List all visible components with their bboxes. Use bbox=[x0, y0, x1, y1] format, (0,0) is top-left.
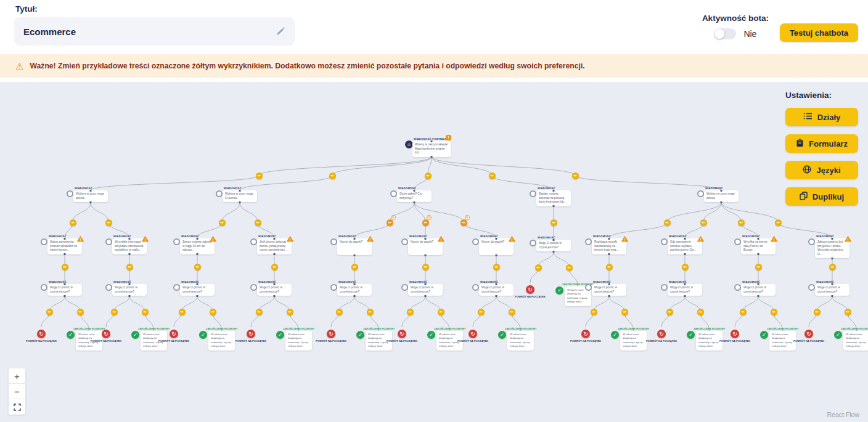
flow-answer-dot[interactable] bbox=[535, 264, 542, 271]
flow-node-restart[interactable]: ↻POWRÓT NA POCZĄTEK bbox=[232, 327, 269, 343]
flow-node-end-conversation[interactable]: ZAKOŃCZENIE ROZMOWY✓W takim razie dzięku… bbox=[611, 327, 647, 351]
message-card[interactable]: Mogę Ci pomóc w czymś jeszcze? bbox=[408, 284, 443, 296]
message-card[interactable]: Mogę Ci pomóc w czymś jeszcze? bbox=[112, 284, 147, 296]
flow-answer-dot[interactable] bbox=[572, 172, 579, 179]
flow-node-restart[interactable]: ↻POWRÓT NA POCZĄTEK bbox=[790, 327, 827, 343]
message-card[interactable]: Zapłaty możesz dokonać za pomocą karty k… bbox=[536, 190, 571, 206]
flow-node-message[interactable]: WIADOMOŚĆMogę Ci pomóc w czymś jeszcze? bbox=[173, 280, 216, 296]
form-button[interactable]: Formularz bbox=[785, 134, 858, 153]
flow-answer-dot[interactable] bbox=[493, 264, 500, 270]
flow-node-message[interactable]: WIADOMOŚĆMogę Ci pomóc w czymś jeszcze? bbox=[401, 280, 444, 296]
flow-node-message[interactable]: WIADOMOŚĆWybierz w czym mogę Ci pomóc. bbox=[216, 187, 259, 202]
flow-answer-dot[interactable] bbox=[845, 309, 851, 315]
flow-node-restart[interactable]: ↻POWRÓT NA POCZĄTEK bbox=[512, 283, 549, 298]
fit-view-button[interactable] bbox=[9, 399, 25, 415]
flow-node-message[interactable]: WIADOMOŚĆWysyłka na terenie całej Polski… bbox=[734, 235, 777, 254]
flow-answer-dot-attachment[interactable]: A bbox=[461, 219, 467, 226]
flow-answer-dot[interactable] bbox=[142, 309, 149, 315]
flow-answer-dot[interactable] bbox=[126, 264, 133, 270]
message-card[interactable]: Mogę Ci pomóc w czymś jeszcze? bbox=[47, 284, 82, 296]
flow-node-message[interactable]: WIADOMOŚĆMogę Ci pomóc w czymś jeszcze? bbox=[105, 280, 149, 296]
flow-answer-dot[interactable] bbox=[336, 309, 343, 315]
flow-answer-dot[interactable] bbox=[666, 309, 673, 315]
flow-answer-dot[interactable] bbox=[591, 309, 597, 315]
flow-answer-dot[interactable] bbox=[682, 264, 689, 270]
flow-node-message[interactable]: WIADOMOŚĆMogę Ci pomóc w czymś jeszcze? bbox=[472, 280, 515, 296]
flow-node-restart[interactable]: ↻POWRÓT NA POCZĄTEK bbox=[383, 327, 420, 343]
flow-node-message[interactable]: WIADOMOŚĆWszystkie informacje dotyczące … bbox=[105, 235, 149, 254]
end-card[interactable]: W takim razie dziękuję za rozmowę i życz… bbox=[285, 331, 312, 351]
flow-answer-dot[interactable] bbox=[271, 264, 278, 270]
test-chatbot-button[interactable]: Testuj chatbota bbox=[780, 23, 858, 42]
flow-node-restart[interactable]: ↻POWRÓT NA POCZĄTEK bbox=[313, 327, 350, 343]
message-card[interactable]: Witamy w naszym sklepie! Masz konkretne … bbox=[412, 141, 451, 157]
flow-node-welcome-message[interactable]: ⌂WIADOMOŚĆ POWITALNAWitamy w naszym skle… bbox=[406, 137, 449, 157]
flow-node-message[interactable]: WIADOMOŚĆMogę Ci pomóc w czymś jeszcze? bbox=[808, 280, 851, 296]
flow-node-message[interactable]: WIADOMOŚĆMogę Ci pomóc w czymś jeszcze? bbox=[250, 280, 293, 296]
flow-node-message[interactable]: WIADOMOŚĆZwroty możesz zgłosić w ciągu 3… bbox=[173, 235, 216, 254]
message-card[interactable]: Mogę Ci pomóc w czymś jeszcze? bbox=[257, 284, 292, 296]
flow-node-restart[interactable]: ↻POWRÓT NA POCZĄTEK bbox=[454, 327, 491, 343]
flow-answer-dot[interactable] bbox=[77, 309, 84, 315]
flow-node-restart[interactable]: ↻POWRÓT NA POCZĄTEK bbox=[88, 327, 125, 343]
message-card[interactable]: Mogę Ci pomóc w czymś jeszcze? bbox=[815, 284, 850, 296]
flow-answer-dot-attachment[interactable]: A bbox=[387, 219, 393, 226]
flow-answer-dot[interactable] bbox=[367, 309, 374, 315]
flow-answer-dot[interactable] bbox=[422, 264, 429, 270]
flow-answer-dot[interactable] bbox=[194, 264, 201, 270]
flow-node-message[interactable]: WIADOMOŚĆJeśli chcesz dokonać zwrotu, po… bbox=[250, 235, 293, 254]
flow-answer-dot[interactable] bbox=[62, 264, 68, 270]
flow-node-message[interactable]: WIADOMOŚĆZapłaty możesz dokonać za pomoc… bbox=[530, 187, 573, 206]
flow-answer-dot[interactable] bbox=[755, 264, 762, 270]
flow-answer-dot[interactable] bbox=[329, 172, 336, 179]
flow-node-message[interactable]: WIADOMOŚĆMogę Ci pomóc w czymś jeszcze? bbox=[530, 236, 573, 251]
flow-answer-dot[interactable] bbox=[210, 309, 216, 315]
message-card[interactable]: Wybierz w czym mogę Ci pomóc. bbox=[223, 190, 257, 202]
bot-title-input[interactable]: Ecommerce bbox=[14, 17, 295, 46]
flow-node-end-conversation[interactable]: ZAKOŃCZENIE ROZMOWY✓W takim razie dzięku… bbox=[199, 327, 235, 351]
flow-answer-dot[interactable] bbox=[738, 219, 745, 226]
flow-answer-dot[interactable] bbox=[256, 309, 263, 315]
message-card[interactable]: Mogę Ci pomóc w czymś jeszcze? bbox=[592, 284, 626, 296]
flow-node-restart[interactable]: ↻POWRÓT NA POCZĄTEK bbox=[716, 327, 753, 343]
flow-answer-dot[interactable] bbox=[70, 219, 76, 226]
flow-answer-dot[interactable] bbox=[105, 219, 112, 226]
flow-answer-dot[interactable] bbox=[256, 172, 263, 179]
flow-answer-dot[interactable] bbox=[775, 219, 782, 226]
message-card[interactable]: Mogę Ci pomóc w czymś jeszcze? bbox=[668, 284, 702, 296]
flow-node-message[interactable]: WIADOMOŚĆMogę Ci pomóc w czymś jeszcze? bbox=[585, 280, 628, 296]
flow-answer-dot[interactable] bbox=[771, 309, 777, 315]
pencil-icon[interactable] bbox=[276, 25, 285, 38]
flow-answer-dot[interactable] bbox=[566, 264, 573, 271]
flow-answer-dot[interactable] bbox=[697, 309, 704, 315]
flow-answer-dot[interactable] bbox=[351, 264, 358, 270]
flow-node-message[interactable]: WIADOMOŚĆStatus zamówienia możesz sprawd… bbox=[41, 235, 84, 254]
flow-node-message[interactable]: WIADOMOŚĆZakupy powinny być przyjemne i … bbox=[808, 235, 851, 258]
flow-answer-dot[interactable] bbox=[438, 309, 444, 315]
departments-button[interactable]: Działy bbox=[785, 108, 858, 126]
flow-answer-dot[interactable] bbox=[46, 309, 53, 315]
flow-answer-dot[interactable] bbox=[287, 309, 293, 315]
message-card[interactable]: Mogę Ci pomóc w czymś jeszcze? bbox=[536, 240, 571, 251]
flow-node-message[interactable]: WIADOMOŚĆWybierz w czym mogę pomóc. bbox=[67, 187, 110, 202]
flow-answer-dot[interactable] bbox=[219, 219, 226, 226]
flow-node-restart[interactable]: ↻POWRÓT NA POCZĄTEK bbox=[643, 327, 680, 343]
flow-answer-dot[interactable] bbox=[179, 309, 186, 315]
flow-answer-dot[interactable] bbox=[509, 309, 515, 315]
flow-answer-dot-attachment[interactable]: A bbox=[422, 219, 429, 226]
message-card[interactable]: Wybierz w czym mogę pomóc. bbox=[704, 190, 739, 202]
flow-answer-dot[interactable] bbox=[255, 219, 261, 226]
flow-answer-dot[interactable] bbox=[111, 309, 118, 315]
flow-node-restart[interactable]: ↻POWRÓT NA POCZĄTEK bbox=[567, 327, 604, 343]
flow-node-message[interactable]: WIADOMOŚĆMogę Ci pomóc w czymś jeszcze? bbox=[661, 280, 704, 296]
message-card[interactable]: Mogę Ci pomóc w czymś jeszcze? bbox=[479, 284, 514, 296]
flow-node-message[interactable]: WIADOMOŚĆMogę Ci pomóc w czymś jeszcze? bbox=[330, 280, 374, 296]
flow-answer-dot[interactable] bbox=[478, 309, 485, 315]
message-card[interactable]: Mogę Ci pomóc w czymś jeszcze? bbox=[180, 284, 215, 296]
flow-node-message[interactable]: WIADOMOŚĆMogę Ci pomóc w czymś jeszcze? bbox=[734, 280, 777, 296]
flow-node-message[interactable]: WIADOMOŚĆGdy zamówienie zostanie wysłane… bbox=[661, 235, 704, 254]
flow-answer-dot[interactable] bbox=[606, 264, 613, 270]
flow-node-message[interactable]: WIADOMOŚĆNumer do paczki?! bbox=[401, 235, 444, 255]
end-card[interactable]: W takim razie dziękuję za rozmowę i życz… bbox=[843, 331, 868, 351]
flow-node-message[interactable]: WIADOMOŚĆNumer do paczki?! bbox=[472, 235, 515, 255]
